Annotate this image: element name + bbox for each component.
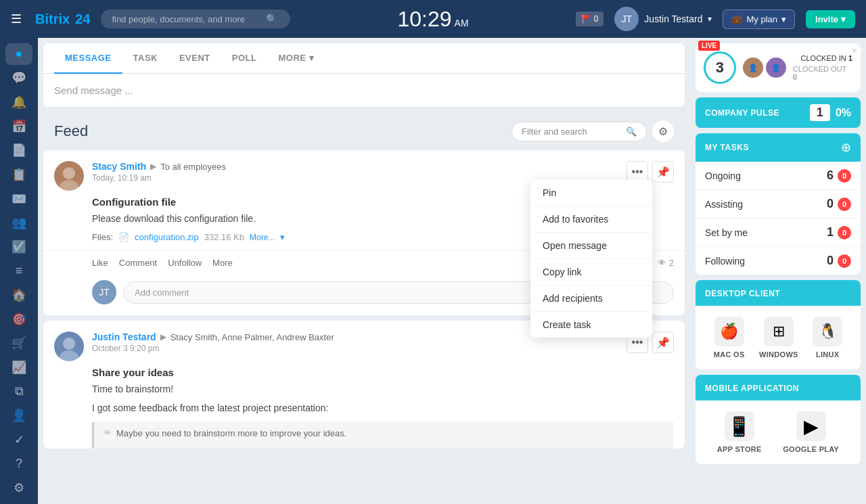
hamburger-menu[interactable]: ☰: [11, 12, 22, 26]
sidebar-item-chat[interactable]: 💬: [5, 68, 32, 89]
post-pin-button-1[interactable]: 📌: [652, 161, 674, 183]
googleplay-label: GOOGLE PLAY: [783, 445, 839, 453]
clocked-info: CLOCKED IN 1 CLOCKED OUT 0: [793, 54, 852, 81]
sidebar-item-filter[interactable]: ≡: [5, 260, 32, 282]
sidebar-item-layers[interactable]: ⧉: [5, 381, 32, 403]
context-menu-pin[interactable]: Pin: [530, 180, 652, 206]
desktop-windows[interactable]: ⊞ WINDOWS: [759, 317, 798, 359]
pulse-counts: 1 0%: [810, 104, 851, 121]
post-avatar-1: [54, 161, 84, 191]
linux-icon: 🐧: [813, 317, 842, 346]
sidebar-item-team[interactable]: 👤: [5, 405, 32, 426]
tab-poll[interactable]: POLL: [221, 43, 268, 74]
post-text-2: Time to brainstorm!: [92, 384, 674, 394]
context-menu-open[interactable]: Open message: [530, 233, 652, 259]
tab-more[interactable]: MORE ▾: [267, 43, 325, 74]
feed-settings-button[interactable]: ⚙: [652, 120, 674, 142]
post-author-name-2[interactable]: Justin Testard: [92, 331, 156, 342]
live-avatar-1: 👤: [743, 58, 763, 78]
task-row-assisting[interactable]: Assisting 0 0: [696, 190, 861, 219]
task-row-ongoing[interactable]: Ongoing 6 0: [696, 162, 861, 190]
sidebar-item-calendar[interactable]: 📅: [5, 116, 32, 137]
user-menu[interactable]: JT Justin Testard ▾: [614, 7, 712, 31]
post-time-1: Today, 10:19 am: [92, 173, 226, 183]
context-menu: Pin Add to favorites Open message Copy l…: [530, 180, 652, 338]
post-meta-1: Stacy Smith ▶ To all employees Today, 10…: [92, 161, 226, 183]
top-navigation: ☰ Bitrix24 🔍 10:29AM 🚩 0 JT Justin Testa…: [0, 0, 866, 38]
sidebar-item-feed[interactable]: ●: [5, 43, 32, 65]
sidebar-item-home[interactable]: 🏠: [5, 284, 32, 306]
sidebar-item-cart[interactable]: 🛒: [5, 333, 32, 354]
main-layout: ● 💬 🔔 📅 📄 📋 ✉️ 👥 ☑️ ≡ 🏠 🎯 🛒 📈 ⧉ 👤 ✓ ? ⚙ …: [0, 38, 866, 504]
sidebar-item-user-settings[interactable]: ⚙: [5, 477, 32, 499]
sidebar-item-tasks-list[interactable]: 📋: [5, 164, 32, 185]
context-menu-task[interactable]: Create task: [530, 312, 652, 338]
search-input[interactable]: [112, 14, 260, 24]
close-live-widget[interactable]: ✕: [851, 46, 858, 55]
task-count-red-following: 0: [838, 254, 851, 268]
myplan-button[interactable]: 💼 My plan ▾: [723, 9, 795, 29]
tab-event[interactable]: EVENT: [168, 43, 221, 74]
task-count-red-setbyme: 0: [838, 226, 851, 239]
file-size-1: 332.16 Kb: [204, 232, 244, 242]
svg-point-3: [60, 350, 78, 361]
desktop-macos[interactable]: 🍎 MAC OS: [714, 317, 745, 359]
post-pin-button-2[interactable]: 📌: [652, 331, 674, 353]
appstore-label: APP STORE: [717, 445, 762, 453]
filter-search-bar[interactable]: Filter and search 🔍: [511, 122, 647, 141]
context-menu-copy[interactable]: Copy link: [530, 259, 652, 285]
macos-icon: 🍎: [714, 317, 744, 346]
macos-label: MAC OS: [714, 350, 745, 359]
sidebar-item-docs[interactable]: 📄: [5, 140, 32, 162]
search-bar[interactable]: 🔍: [101, 9, 290, 28]
mobile-googleplay[interactable]: ▶ GOOGLE PLAY: [783, 411, 839, 453]
quote-box-1: ❝ Maybe you need to brainstorm more to i…: [92, 421, 674, 449]
invite-button[interactable]: Invite ▾: [806, 10, 855, 28]
context-menu-recipients[interactable]: Add recipients: [530, 285, 652, 312]
flag-button[interactable]: 🚩 0: [576, 12, 604, 26]
author-info-2: Justin Testard ▶ Stacy Smith, Anne Palme…: [54, 331, 334, 361]
task-row-following[interactable]: Following 0 0: [696, 247, 861, 275]
right-sidebar: LIVE 3 👤 👤 CLOCKED IN 1 CLOCKED OUT 0 ✕ …: [690, 38, 866, 504]
sidebar-item-check[interactable]: ☑️: [5, 236, 32, 258]
sidebar-item-analytics[interactable]: 📈: [5, 357, 32, 378]
desktop-linux[interactable]: 🐧 LINUX: [813, 317, 842, 359]
unfollow-button-1[interactable]: Unfollow: [168, 258, 202, 268]
live-widget: LIVE 3 👤 👤 CLOCKED IN 1 CLOCKED OUT 0 ✕: [696, 43, 861, 92]
pulse-label: COMPANY PULSE: [705, 108, 779, 118]
tasks-add-button[interactable]: ⊕: [841, 140, 851, 155]
desktop-client-widget: DESKTOP CLIENT 🍎 MAC OS ⊞ WINDOWS 🐧 LINU…: [696, 280, 861, 369]
post-author-name-1[interactable]: Stacy Smith: [92, 161, 146, 172]
message-input-area[interactable]: Send message ...: [43, 74, 685, 107]
mobile-icons: 📱 APP STORE ▶ GOOGLE PLAY: [696, 400, 861, 464]
sidebar-item-target[interactable]: 🎯: [5, 308, 32, 330]
sidebar-item-contacts[interactable]: 👥: [5, 212, 32, 233]
pulse-count: 1: [810, 104, 830, 121]
task-counts-assisting: 0 0: [827, 197, 851, 211]
sidebar-item-mail[interactable]: ✉️: [5, 188, 32, 210]
tab-message[interactable]: MESSAGE: [54, 43, 122, 74]
task-label-ongoing: Ongoing: [705, 170, 741, 181]
file-more-link[interactable]: More...: [250, 233, 275, 242]
googleplay-icon: ▶: [796, 411, 826, 441]
tab-task[interactable]: TASK: [122, 43, 168, 74]
like-button-1[interactable]: Like: [92, 258, 108, 268]
live-badge: LIVE: [698, 41, 720, 51]
comment-button-1[interactable]: Comment: [119, 258, 157, 268]
sidebar-item-help[interactable]: ?: [5, 453, 32, 475]
post-card-2: Justin Testard ▶ Stacy Smith, Anne Palme…: [43, 321, 685, 449]
mobile-app-widget: MOBILE APPLICATION 📱 APP STORE ▶ GOOGLE …: [696, 375, 861, 464]
post-title-2: Share your ideas: [92, 367, 674, 378]
task-row-setbyme[interactable]: Set by me 1 0: [696, 219, 861, 247]
sidebar-item-notifications[interactable]: 🔔: [5, 91, 32, 113]
sidebar-item-complete[interactable]: ✓: [5, 429, 32, 451]
context-menu-favorites[interactable]: Add to favorites: [530, 206, 652, 233]
task-count-blue-ongoing: 6: [827, 168, 834, 183]
mobile-appstore[interactable]: 📱 APP STORE: [717, 411, 762, 453]
center-content: MESSAGE TASK EVENT POLL MORE ▾ Send mess…: [38, 38, 690, 504]
post-avatar-2: [54, 331, 84, 361]
file-name-1[interactable]: configuration.zip: [135, 232, 199, 242]
more-button-1[interactable]: More: [212, 258, 233, 268]
quote-icon: ❝: [104, 428, 111, 442]
task-count-red-assisting: 0: [838, 198, 851, 211]
